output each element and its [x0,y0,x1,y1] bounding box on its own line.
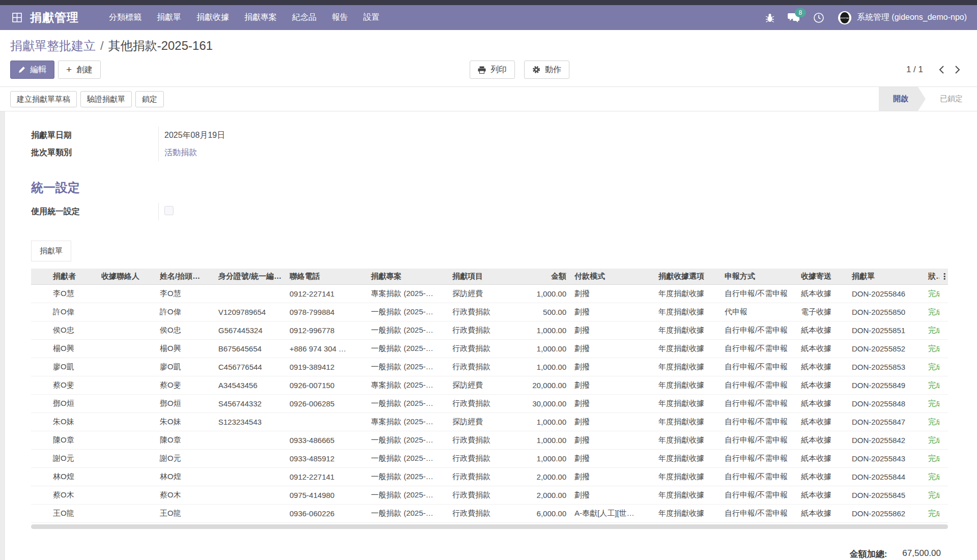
table-cell[interactable]: G567445324 [214,321,285,339]
table-cell[interactable]: 楊O興 [156,339,214,358]
table-cell[interactable]: 完成 [924,358,939,376]
table-cell[interactable]: 謝O元 [31,449,97,467]
table-cell[interactable]: 行政費捐款 [448,504,517,522]
create-button[interactable]: + 創建 [58,61,101,79]
column-header-2[interactable]: 姓名/抬頭… [156,269,214,284]
table-cell[interactable] [97,449,156,467]
table-cell[interactable]: 劃撥 [570,339,654,358]
table-cell[interactable]: 1,000.00 [517,339,570,358]
table-cell[interactable]: 紙本收據 [797,321,848,339]
table-cell[interactable]: 2,000.00 [517,486,570,504]
column-header-7[interactable]: 金額 [517,269,570,284]
table-cell[interactable]: 完成 [924,284,939,303]
table-cell[interactable]: 年度捐獻收據 [654,412,721,431]
table-cell[interactable]: 0926-007150 [285,376,367,394]
table-cell[interactable]: 0926-006285 [285,394,367,412]
table-cell[interactable]: 完成 [924,449,939,467]
table-cell[interactable]: 謝O元 [156,449,214,467]
table-cell[interactable]: DON-20255844 [848,467,924,486]
table-cell[interactable]: 0978-799884 [285,303,367,321]
pager-previous-icon[interactable] [937,64,946,75]
table-cell[interactable]: 行政費捐款 [448,321,517,339]
table-cell[interactable]: 1,000.00 [517,321,570,339]
action-button[interactable]: 動作 [524,61,569,79]
table-cell[interactable]: 完成 [924,467,939,486]
table-cell[interactable]: 年度捐獻收據 [654,321,721,339]
table-cell[interactable]: 自行申報/不需申報 [721,321,797,339]
table-cell[interactable]: 年度捐獻收據 [654,394,721,412]
table-cell[interactable]: DON-20255847 [848,412,924,431]
state-1[interactable]: 已鎖定 [926,87,977,111]
nav-menu-2[interactable]: 捐獻收據 [189,12,237,23]
table-cell[interactable]: 蔡O斐 [156,376,214,394]
table-cell[interactable]: 0912-227141 [285,467,367,486]
table-cell[interactable]: 年度捐獻收據 [654,303,721,321]
table-cell[interactable]: 李O慧 [31,284,97,303]
table-cell[interactable]: 0933-485912 [285,449,367,467]
table-cell[interactable] [97,376,156,394]
table-cell[interactable]: 紙本收據 [797,284,848,303]
table-cell[interactable] [97,486,156,504]
table-row[interactable]: 李O慧李O慧0912-227141專案捐款 (2025-…探訪經費1,000.0… [31,284,948,303]
table-cell[interactable]: 完成 [924,376,939,394]
user-menu[interactable]: DMINISTRATIO 系統管理 (gideons_demo-npo) [838,11,967,25]
table-cell[interactable]: 探訪經費 [448,284,517,303]
table-cell[interactable] [97,303,156,321]
table-cell[interactable]: 1,000.00 [517,358,570,376]
table-cell[interactable]: 行政費捐款 [448,394,517,412]
table-cell[interactable]: 紙本收據 [797,449,848,467]
table-cell[interactable]: 陳O章 [31,431,97,449]
table-cell[interactable]: 行政費捐款 [448,303,517,321]
table-cell[interactable]: 劃撥 [570,284,654,303]
table-cell[interactable]: A-奉獻[人工][世… [570,504,654,522]
messages-icon[interactable]: 8 [788,12,800,23]
table-cell[interactable]: 一般捐款 (2025-… [367,394,448,412]
debug-icon[interactable] [765,13,774,23]
table-cell[interactable]: 鄧O烜 [31,394,97,412]
table-cell[interactable]: 1,000.00 [517,412,570,431]
table-cell[interactable]: DON-20255843 [848,449,924,467]
table-cell[interactable]: 一般捐款 (2025-… [367,303,448,321]
table-cell[interactable]: 紙本收據 [797,339,848,358]
table-cell[interactable]: DON-20255851 [848,321,924,339]
column-header-12[interactable]: 捐獻單 [848,269,924,284]
table-cell[interactable]: 30,000.00 [517,394,570,412]
table-cell[interactable]: 一般捐款 (2025-… [367,321,448,339]
column-header-11[interactable]: 收據寄送 [797,269,848,284]
table-cell[interactable]: 一般捐款 (2025-… [367,431,448,449]
table-cell[interactable]: 自行申報/不需申報 [721,412,797,431]
table-cell[interactable]: 一般捐款 (2025-… [367,504,448,522]
column-header-5[interactable]: 捐獻專案 [367,269,448,284]
table-row[interactable]: 陳O章陳O章0933-486665一般捐款 (2025-…行政費捐款1,000.… [31,431,948,449]
nav-menu-3[interactable]: 捐獻專案 [237,12,284,23]
table-cell[interactable]: 劃撥 [570,376,654,394]
table-row[interactable]: 蔡O斐蔡O斐A345434560926-007150專案捐款 (2025-…探訪… [31,376,948,394]
table-cell[interactable]: 500.00 [517,303,570,321]
table-cell[interactable]: 蔡O斐 [31,376,97,394]
table-cell[interactable]: 行政費捐款 [448,486,517,504]
table-cell[interactable]: 朱O妹 [156,412,214,431]
column-header-9[interactable]: 捐獻收據選項 [654,269,721,284]
table-cell[interactable]: 自行申報/不需申報 [721,358,797,376]
table-cell[interactable]: 自行申報/不需申報 [721,339,797,358]
table-cell[interactable]: 自行申報/不需申報 [721,376,797,394]
table-cell[interactable] [97,412,156,431]
table-row[interactable]: 廖O凱廖O凱C4567765440919-389412一般捐款 (2025-…行… [31,358,948,376]
table-cell[interactable] [97,321,156,339]
table-cell[interactable]: 年度捐獻收據 [654,376,721,394]
nav-menu-4[interactable]: 紀念品 [284,12,324,23]
table-cell[interactable]: 紙本收據 [797,376,848,394]
column-header-10[interactable]: 申報方式 [721,269,797,284]
table-cell[interactable] [214,504,285,522]
column-header-6[interactable]: 捐獻項目 [448,269,517,284]
table-row[interactable]: 許O偉許O偉V12097896540978-799884一般捐款 (2025-…… [31,303,948,321]
table-cell[interactable] [285,412,367,431]
table-cell[interactable] [97,339,156,358]
tab-donation-orders[interactable]: 捐獻單 [31,241,71,261]
table-cell[interactable]: 蔡O木 [156,486,214,504]
table-cell[interactable]: 紙本收據 [797,486,848,504]
table-cell[interactable]: 1,000.00 [517,449,570,467]
table-cell[interactable]: 楊O興 [31,339,97,358]
table-cell[interactable]: 20,000.00 [517,376,570,394]
table-cell[interactable]: 廖O凱 [156,358,214,376]
